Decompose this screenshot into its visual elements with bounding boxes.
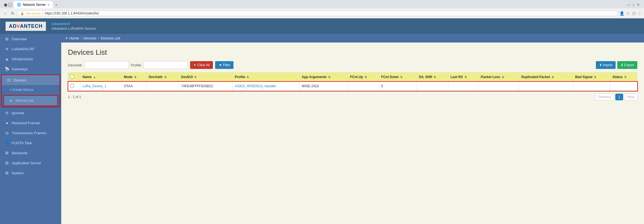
row-checkbox-cell[interactable] bbox=[68, 82, 80, 91]
row-fcnt-down-cell: 0 bbox=[379, 82, 417, 91]
row-checkbox[interactable] bbox=[70, 84, 74, 88]
page-title: Devices List bbox=[68, 48, 637, 57]
sidebar-item-gateways[interactable]: 📡 Gateways bbox=[0, 64, 61, 74]
sidebar-item-received-frames[interactable]: ● Received Frames bbox=[0, 118, 61, 128]
tab-favicon: 🌐 bbox=[17, 3, 21, 7]
sidebar: ⊞ Overview ≋ LoRaWAN RF ▲ Infrastructure… bbox=[0, 34, 61, 224]
sidebar-item-label: System bbox=[12, 171, 24, 175]
export-button[interactable]: ⬇ Export bbox=[617, 61, 637, 69]
col-checkbox[interactable] bbox=[68, 73, 80, 82]
row-devaddr-cell bbox=[146, 82, 179, 91]
row-dl-snr-cell bbox=[417, 82, 448, 91]
sidebar-item-system[interactable]: ⊞ System bbox=[0, 168, 61, 178]
devices-list-icon: ≋ bbox=[8, 98, 13, 103]
next-page-button[interactable]: Next bbox=[624, 94, 637, 100]
col-duplicated-packet[interactable]: Duplicated Packet ⇅ bbox=[519, 73, 573, 82]
security-label: Not secure bbox=[26, 12, 41, 15]
sidebar-item-lorawan-rf[interactable]: ≋ LoRaWAN RF bbox=[0, 44, 61, 54]
sidebar-item-devices-list[interactable]: ≋ Devices List bbox=[4, 96, 57, 106]
sidebar-item-application-server[interactable]: ⊞ Application Server bbox=[0, 158, 61, 168]
sidebar-item-fuota-task[interactable]: 👤 FUOTA Task bbox=[0, 138, 61, 148]
breadcrumb-home[interactable]: Home bbox=[70, 36, 79, 40]
row-mode-cell: OTAA bbox=[121, 82, 146, 91]
col-fcnt-up[interactable]: FCnt Up ⇅ bbox=[348, 73, 379, 82]
sidebar-item-backends[interactable]: ⊞ Backends bbox=[0, 148, 61, 158]
gateways-icon: 📡 bbox=[4, 67, 9, 71]
reload-button[interactable]: ↻ bbox=[10, 11, 16, 16]
system-icon: ⊞ bbox=[4, 171, 9, 175]
devices-icon: ⊡ bbox=[6, 78, 11, 82]
backends-icon: ⊞ bbox=[4, 151, 9, 155]
close-window-button[interactable]: ✕ bbox=[637, 3, 640, 7]
profile-icon: 👤 bbox=[620, 11, 624, 16]
sidebar-item-label: FUOTA Task bbox=[12, 141, 32, 145]
row-profile-cell: AS923_WISE6610_Handler bbox=[232, 82, 299, 91]
devaddr-label: DevAddr bbox=[68, 63, 82, 67]
content-area: ≡ Home / Devices / Devices List Devices … bbox=[61, 34, 644, 224]
device-name-link[interactable]: LoRa_Device_1 bbox=[82, 84, 106, 88]
create-device-label: + Create Device bbox=[9, 88, 33, 92]
infrastructure-icon: ▲ bbox=[4, 57, 9, 61]
tab-title: Network Server bbox=[23, 3, 46, 7]
menu-icon: ≡ bbox=[66, 36, 68, 40]
sidebar-item-label: Infrastructure bbox=[12, 57, 33, 61]
page-1-button[interactable]: 1 bbox=[615, 94, 623, 100]
minimize-button[interactable]: — bbox=[627, 3, 630, 7]
sidebar-item-label: Devices List bbox=[16, 99, 34, 103]
url-display: https://192.168.1.1:8443/#/nodes/list bbox=[45, 11, 99, 15]
sidebar-item-label: Devices bbox=[13, 78, 26, 82]
select-all-checkbox[interactable] bbox=[70, 75, 74, 78]
sidebar-item-create-device[interactable]: + Create Device bbox=[2, 85, 60, 94]
devaddr-input[interactable] bbox=[84, 61, 129, 69]
maximize-button[interactable]: □ bbox=[633, 3, 635, 7]
col-last-rx[interactable]: Last RX ⇅ bbox=[448, 73, 478, 82]
tab-close-button[interactable]: ✕ bbox=[47, 3, 50, 6]
devices-table: Name ▲ Mode ⇅ DevAddr ⇅ DevEUI ⇅ Profile… bbox=[68, 72, 637, 91]
browser-tab[interactable]: 🌐 Network Server ✕ bbox=[14, 1, 53, 8]
breadcrumb-devices-list: Devices List bbox=[101, 36, 120, 40]
col-name[interactable]: Name ▲ bbox=[80, 73, 121, 82]
browser-dot-icon: ⬤ bbox=[4, 3, 7, 7]
received-frames-icon: ● bbox=[4, 121, 9, 125]
col-mode[interactable]: Mode ⇅ bbox=[121, 73, 146, 82]
profile-input[interactable] bbox=[143, 61, 188, 69]
sidebar-item-overview[interactable]: ⊞ Overview bbox=[0, 34, 61, 44]
settings-icon: ⋮ bbox=[638, 11, 642, 16]
address-bar[interactable]: 🔒 Not secure | https://192.168.1.1:8443/… bbox=[17, 11, 618, 16]
profile-link[interactable]: AS923_WISE6610_Handler bbox=[235, 84, 276, 88]
col-packet-loss[interactable]: Packet Loss ⇅ bbox=[478, 73, 519, 82]
row-status-cell bbox=[610, 82, 637, 91]
row-name-cell[interactable]: LoRa_Device_1 bbox=[80, 82, 121, 91]
col-bad-signal[interactable]: Bad Signal ⇅ bbox=[573, 73, 610, 82]
transmission-frames-icon: ◎ bbox=[4, 131, 9, 135]
back-button[interactable]: ← bbox=[2, 11, 8, 16]
table-row: LoRa_Device_1 OTAA 74FE48FFFF5A5B1C AS92… bbox=[68, 82, 637, 91]
col-devaddr[interactable]: DevAddr ⇅ bbox=[146, 73, 179, 82]
filter-bar: DevAddr Profile ✕ Clear All ▼ Filter ⬆ I… bbox=[68, 61, 637, 69]
sidebar-item-ignored[interactable]: ⊘ Ignored bbox=[0, 108, 61, 118]
col-deveui[interactable]: DevEUI ⇅ bbox=[179, 73, 232, 82]
pagination-bar: 1 - 1 of 1 Previous 1 Next bbox=[68, 91, 637, 103]
breadcrumb-devices[interactable]: Devices bbox=[83, 36, 96, 40]
col-app-arguments[interactable]: App Arguments ⇅ bbox=[299, 73, 348, 82]
filter-button[interactable]: ▼ Filter bbox=[215, 61, 233, 69]
col-dl-snr[interactable]: D/L SNR ⇅ bbox=[417, 73, 448, 82]
row-duplicated-packet-cell bbox=[519, 82, 573, 91]
col-status[interactable]: Status ⇅ bbox=[610, 73, 637, 82]
import-button[interactable]: ⬆ Import bbox=[596, 61, 616, 69]
clear-all-button[interactable]: ✕ Clear All bbox=[190, 61, 213, 69]
sidebar-item-label: LoRaWAN RF bbox=[12, 47, 35, 51]
sidebar-item-transmission-frames[interactable]: ◎ Transmission Frames bbox=[0, 128, 61, 138]
row-last-rx-cell bbox=[448, 82, 478, 91]
col-fcnt-down[interactable]: FCnt Down ⇅ bbox=[379, 73, 417, 82]
sidebar-item-devices[interactable]: ⊡ Devices bbox=[2, 75, 60, 85]
previous-page-button[interactable]: Previous bbox=[595, 94, 614, 100]
new-tab-button[interactable]: + bbox=[53, 1, 60, 8]
extensions-icon: ⬡ bbox=[632, 11, 636, 16]
sidebar-item-infrastructure[interactable]: ▲ Infrastructure bbox=[0, 54, 61, 64]
col-profile[interactable]: Profile ⇅ bbox=[232, 73, 299, 82]
page-info: 1 - 1 of 1 bbox=[68, 95, 81, 99]
lorawan-rf-icon: ≋ bbox=[4, 47, 9, 51]
sidebar-item-label: Transmission Frames bbox=[12, 131, 46, 135]
logo: ADVANTECH bbox=[6, 22, 46, 31]
